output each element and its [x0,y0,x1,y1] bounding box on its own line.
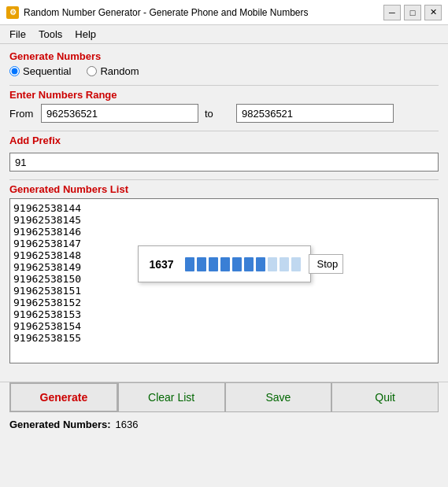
progress-segment [291,257,301,271]
progress-segment [220,257,230,271]
generate-button[interactable]: Generate [9,382,118,412]
from-label: From [9,108,35,120]
progress-segment [244,257,254,271]
list-container: 1637 Stop [9,198,439,366]
range-section: Enter Numbers Range From to [9,89,439,123]
random-label: Random [100,65,139,77]
list-label: Generated Numbers List [9,183,439,195]
window-title: Random Number Generator - Generate Phone… [24,7,383,18]
generate-numbers-section: Generate Numbers Sequential Random [9,50,439,77]
sequential-radio-label[interactable]: Sequential [9,65,71,77]
sequential-radio[interactable] [9,66,20,76]
menu-file[interactable]: File [3,27,32,42]
status-bar: Generated Numbers: 1636 [0,415,448,434]
main-content: Generate Numbers Sequential Random Enter… [0,44,448,377]
clear-list-button[interactable]: Clear List [118,382,225,412]
divider3 [9,179,439,180]
prefix-section: Add Prefix [9,135,439,172]
sequential-label: Sequential [23,65,71,77]
menu-help[interactable]: Help [68,27,102,42]
prefix-label: Add Prefix [9,135,439,146]
range-label: Enter Numbers Range [9,89,439,101]
quit-button[interactable]: Quit [331,382,439,412]
radio-group: Sequential Random [9,65,439,77]
progress-bar [185,257,301,271]
minimize-button[interactable]: ─ [383,5,401,20]
generate-numbers-label: Generate Numbers [9,50,439,62]
maximize-button[interactable]: □ [404,5,421,20]
close-button[interactable]: ✕ [424,5,442,20]
to-input[interactable] [236,104,394,123]
random-radio[interactable] [87,66,97,76]
window-controls: ─ □ ✕ [383,5,442,20]
menu-tools[interactable]: Tools [32,27,68,42]
progress-segment [256,257,265,271]
list-section: Generated Numbers List 1637 Stop [9,183,439,366]
title-bar: ⚙ Random Number Generator - Generate Pho… [0,0,448,25]
to-label: to [205,108,230,120]
status-label: Generated Numbers: [9,419,111,430]
save-button[interactable]: Save [225,382,332,412]
random-radio-label[interactable]: Random [87,65,139,77]
app-icon: ⚙ [6,6,19,19]
menu-bar: File Tools Help [0,25,448,44]
progress-segment [232,257,242,271]
stop-button[interactable]: Stop [309,254,343,274]
progress-segment [197,257,206,271]
divider1 [9,85,439,86]
from-input[interactable] [41,104,198,123]
status-value: 1636 [116,419,139,430]
progress-segment [280,257,289,271]
prefix-input[interactable] [9,153,439,172]
progress-count: 1637 [150,258,177,271]
range-row: From to [9,104,439,123]
progress-overlay: 1637 Stop [138,245,311,282]
progress-segment [185,257,194,271]
divider2 [9,131,439,131]
bottom-buttons: Generate Clear List Save Quit [0,382,448,415]
progress-segment [268,257,277,271]
progress-segment [209,257,218,271]
